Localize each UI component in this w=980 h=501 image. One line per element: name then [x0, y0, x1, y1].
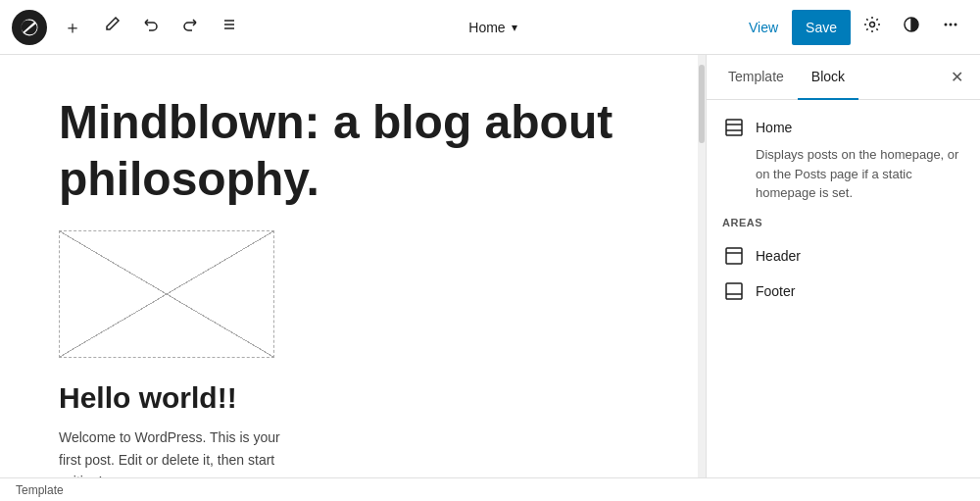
template-description: Displays posts on the homepage, or on th…: [756, 145, 964, 203]
appearance-button[interactable]: [894, 10, 929, 45]
svg-point-5: [945, 24, 948, 26]
wp-logo[interactable]: [12, 10, 47, 45]
plus-icon: ＋: [64, 16, 81, 39]
tools-button[interactable]: [94, 10, 129, 45]
svg-rect-11: [726, 248, 742, 264]
scroll-thumb: [699, 65, 705, 143]
undo-button[interactable]: [133, 10, 169, 45]
main-layout: Mindblown: a blog about philosophy. Hell…: [0, 55, 980, 477]
page-title-area: Home ▾: [251, 14, 735, 41]
area-header[interactable]: Header: [722, 238, 964, 274]
ellipsis-icon: [942, 16, 959, 38]
close-icon: ✕: [951, 68, 963, 86]
pencil-icon: [103, 16, 121, 38]
toolbar: ＋ Home ▾ View Save: [0, 0, 980, 55]
svg-point-6: [950, 24, 953, 26]
site-title: Mindblown: a blog about philosophy.: [59, 94, 639, 207]
status-label: Template: [16, 483, 64, 497]
view-button[interactable]: View: [739, 14, 788, 41]
image-placeholder[interactable]: [59, 230, 274, 358]
post-title: Hello world!!: [59, 381, 639, 415]
right-panel: Template Block ✕ Home Displays posts on …: [706, 55, 980, 477]
chevron-down-icon: ▾: [512, 21, 517, 34]
status-bar: Template: [0, 477, 980, 501]
areas-label: AREAS: [722, 217, 964, 228]
more-options-button[interactable]: [933, 10, 968, 45]
svg-point-3: [870, 23, 875, 27]
footer-layout-icon: [724, 281, 744, 301]
panel-content: Home Displays posts on the homepage, or …: [707, 100, 980, 477]
header-layout-icon: [724, 246, 744, 266]
list-view-button[interactable]: [212, 10, 247, 45]
editor-scrollbar[interactable]: [698, 55, 706, 477]
svg-point-7: [955, 24, 957, 26]
layout-icon: [724, 118, 744, 137]
contrast-icon: [903, 16, 920, 38]
post-excerpt: Welcome to WordPress. This is your first…: [59, 426, 294, 477]
panel-close-button[interactable]: ✕: [941, 62, 972, 93]
template-icon: [722, 116, 746, 139]
redo-icon: [181, 16, 199, 38]
footer-area-label: Footer: [756, 283, 795, 299]
template-name: Home: [756, 120, 792, 135]
add-block-button[interactable]: ＋: [55, 10, 90, 45]
toolbar-right: View Save: [739, 10, 968, 45]
settings-button[interactable]: [855, 10, 890, 45]
wp-logo-icon: [20, 18, 39, 37]
header-area-label: Header: [756, 248, 801, 264]
tab-block[interactable]: Block: [798, 55, 858, 100]
svg-rect-8: [726, 120, 742, 135]
editor-area[interactable]: Mindblown: a blog about philosophy. Hell…: [0, 55, 698, 477]
list-icon: [220, 16, 238, 38]
gear-icon: [863, 16, 881, 38]
redo-button[interactable]: [172, 10, 208, 45]
footer-area-icon: [722, 279, 746, 303]
tab-template[interactable]: Template: [714, 55, 798, 100]
area-footer[interactable]: Footer: [722, 274, 964, 309]
panel-tabs: Template Block ✕: [707, 55, 980, 100]
svg-rect-13: [726, 283, 742, 299]
save-button[interactable]: Save: [792, 10, 851, 45]
undo-icon: [142, 16, 160, 38]
template-name-row: Home: [722, 116, 964, 139]
page-title-button[interactable]: Home ▾: [459, 14, 526, 41]
header-area-icon: [722, 244, 746, 268]
page-title-text: Home: [468, 20, 505, 35]
